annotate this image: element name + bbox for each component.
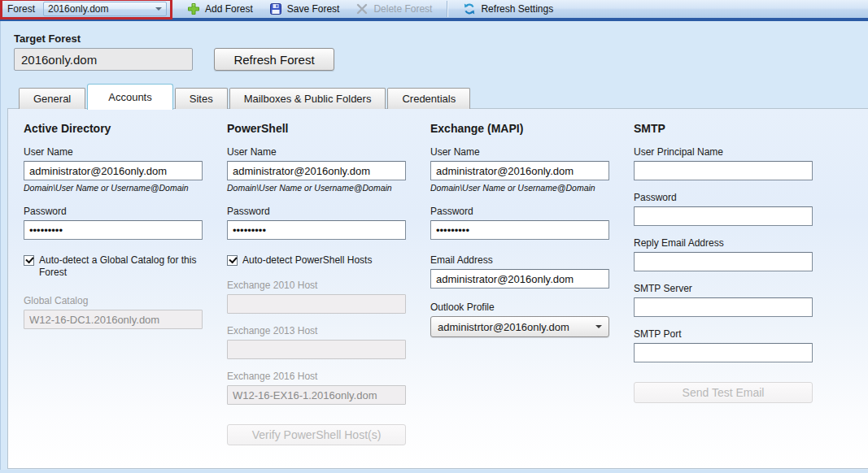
tab-bar: General Accounts Sites Mailboxes & Publi… — [7, 80, 868, 108]
smtp-header: SMTP — [634, 122, 837, 135]
powershell-header: PowerShell — [227, 122, 430, 135]
global-catalog-input — [24, 310, 203, 329]
target-forest-input[interactable] — [14, 48, 193, 71]
smtp-password-label: Password — [634, 192, 837, 203]
ad-username-hint: Domain\User Name or Username@Domain — [24, 183, 227, 193]
exchange-mapi-section: Exchange (MAPI) User Name Domain\User Na… — [430, 122, 634, 468]
mapi-password-label: Password — [430, 206, 634, 217]
tab-credentials[interactable]: Credentials — [387, 88, 470, 109]
refresh-forest-button[interactable]: Refresh Forest — [214, 48, 334, 71]
ps-password-input[interactable] — [227, 220, 406, 240]
tab-mailboxes-public-folders[interactable]: Mailboxes & Public Folders — [229, 88, 386, 109]
forest-label: Forest — [7, 3, 35, 15]
refresh-settings-button[interactable]: Refresh Settings — [455, 0, 561, 18]
ad-autodetect-gc-checkbox-row: Auto-detect a Global Catalog for this Fo… — [24, 254, 217, 279]
global-catalog-label: Global Catalog — [24, 295, 227, 306]
active-directory-header: Active Directory — [24, 122, 227, 135]
tab-sites[interactable]: Sites — [175, 88, 228, 109]
outlook-profile-label: Outlook Profile — [430, 302, 634, 313]
forest-dropdown-value: 2016only.dom — [48, 3, 109, 15]
chevron-down-icon — [155, 7, 162, 11]
toolbar: Forest 2016only.dom Add Forest Save Fore… — [0, 0, 868, 21]
save-forest-button[interactable]: Save Forest — [261, 0, 348, 18]
mapi-password-input[interactable] — [430, 220, 609, 240]
refresh-icon — [463, 2, 476, 15]
outlook-profile-dropdown[interactable]: administrtor@2016only.dom — [430, 316, 609, 337]
x-icon — [355, 2, 369, 15]
exchange-mapi-header: Exchange (MAPI) — [430, 122, 634, 135]
ps-autodetect-hosts-checkbox[interactable] — [227, 255, 238, 266]
smtp-server-input[interactable] — [634, 297, 813, 317]
mapi-email-address-label: Email Address — [430, 254, 634, 266]
save-icon — [269, 2, 282, 15]
exchange-2016-host-input — [227, 385, 406, 405]
ad-password-input[interactable] — [24, 220, 203, 240]
mapi-email-address-input[interactable] — [430, 269, 609, 289]
exchange-2013-host-label: Exchange 2013 Host — [227, 325, 430, 336]
ad-autodetect-gc-label: Auto-detect a Global Catalog for this Fo… — [39, 254, 217, 279]
smtp-section: SMTP User Principal Name Password Reply … — [634, 122, 837, 468]
outlook-profile-value: administrtor@2016only.dom — [438, 321, 569, 333]
delete-forest-button: Delete Forest — [347, 0, 440, 18]
verify-powershell-hosts-button: Verify PowerShell Host(s) — [227, 424, 406, 445]
exchange-2010-host-input — [227, 294, 406, 314]
accounts-tab-panel: Active Directory User Name Domain\User N… — [7, 108, 868, 469]
tab-accounts[interactable]: Accounts — [87, 84, 172, 110]
ps-autodetect-hosts-checkbox-row: Auto-detect PowerShell Hosts — [227, 254, 421, 267]
active-directory-section: Active Directory User Name Domain\User N… — [24, 122, 227, 468]
target-forest-label: Target Forest — [7, 21, 868, 48]
smtp-upn-input[interactable] — [634, 161, 813, 180]
smtp-reply-address-input[interactable] — [634, 252, 813, 271]
chevron-down-icon — [595, 325, 602, 328]
tab-general[interactable]: General — [19, 88, 85, 109]
exchange-2013-host-input — [227, 340, 406, 359]
toolbar-separator — [447, 1, 448, 17]
mapi-username-label: User Name — [430, 146, 634, 158]
smtp-reply-address-label: Reply Email Address — [634, 237, 837, 249]
mapi-username-hint: Domain\User Name or Username@Domain — [430, 183, 634, 193]
mapi-username-input[interactable] — [430, 161, 609, 180]
smtp-port-label: SMTP Port — [634, 328, 837, 340]
ad-username-label: User Name — [24, 146, 227, 158]
add-forest-button[interactable]: Add Forest — [179, 0, 261, 18]
smtp-upn-label: User Principal Name — [634, 146, 837, 158]
ad-username-input[interactable] — [24, 161, 203, 180]
smtp-password-input[interactable] — [634, 206, 813, 226]
ps-username-hint: Domain\User Name or Username@Domain — [227, 183, 430, 193]
ps-username-label: User Name — [227, 146, 430, 158]
ps-password-label: Password — [227, 206, 430, 217]
ad-autodetect-gc-checkbox[interactable] — [24, 255, 34, 266]
exchange-2016-host-label: Exchange 2016 Host — [227, 371, 430, 382]
smtp-port-input[interactable] — [634, 343, 813, 362]
main-area: Target Forest Refresh Forest General Acc… — [0, 21, 868, 470]
powershell-section: PowerShell User Name Domain\User Name or… — [227, 122, 430, 468]
annotation-highlight-box: Forest 2016only.dom — [0, 0, 172, 20]
smtp-server-label: SMTP Server — [634, 283, 837, 294]
ps-username-input[interactable] — [227, 161, 406, 180]
ps-autodetect-hosts-label: Auto-detect PowerShell Hosts — [242, 254, 372, 267]
send-test-email-button: Send Test Email — [634, 382, 813, 403]
exchange-2010-host-label: Exchange 2010 Host — [227, 280, 430, 291]
ad-password-label: Password — [24, 206, 227, 217]
forest-dropdown[interactable]: 2016only.dom — [43, 2, 167, 16]
plus-icon — [187, 2, 200, 15]
